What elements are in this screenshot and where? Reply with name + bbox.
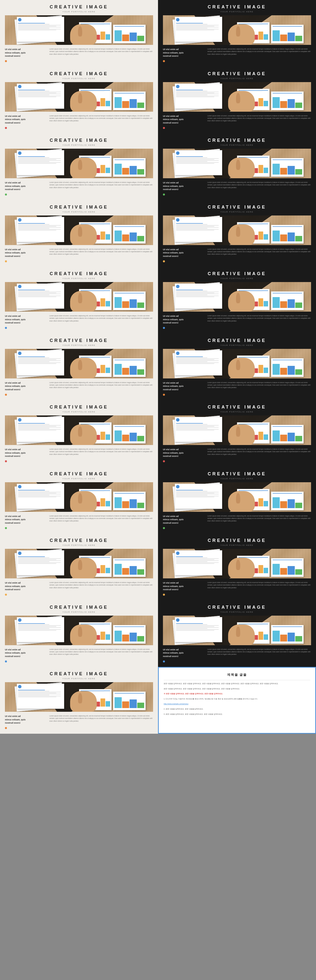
portfolio-card: CREATIVE IMAGE YOUR PORTFOLIO HERE — [0, 334, 158, 400]
hand — [228, 424, 255, 445]
content-right: Lorem ipsum dolor sit amet, consectetur … — [49, 248, 153, 264]
portfolio-card: CREATIVE IMAGE YOUR PORTFOLIO HERE — [158, 533, 316, 600]
card-title: CREATIVE IMAGE — [5, 71, 153, 76]
accent-dot — [5, 727, 7, 729]
portfolio-card: CREATIVE IMAGE YOUR PORTFOLIO HERE — [158, 267, 316, 334]
content-text: Lorem ipsum dolor sit amet, consectetur … — [207, 382, 311, 389]
portfolio-card: CREATIVE IMAGE YOUR PORTFOLIO HERE — [0, 0, 158, 67]
content-text: Lorem ipsum dolor sit amet, consectetur … — [207, 448, 311, 456]
card-content: Ut visi enim adminca voluam, quisnostrud… — [163, 648, 311, 664]
accent-dot — [5, 660, 7, 662]
card-title: CREATIVE IMAGE — [5, 205, 153, 210]
hand — [70, 358, 97, 379]
document-left — [175, 150, 222, 175]
content-text: Lorem ipsum dolor sit amet, consectetur … — [49, 515, 153, 522]
content-left: Ut visi enim adminca voluam, quisnostrud… — [5, 248, 46, 264]
document-left — [175, 484, 222, 509]
card-title: CREATIVE IMAGE — [163, 605, 311, 610]
card-subtitle: YOUR PORTFOLIO HERE — [163, 11, 311, 13]
card-subtitle: YOUR PORTFOLIO HERE — [163, 611, 311, 613]
accent-dot — [163, 394, 165, 396]
content-left: Ut visi enim adminca voluam, quisnostrud… — [163, 515, 204, 530]
text-card-link[interactable]: http://www.example.com/privacy — [164, 703, 188, 705]
content-name: Ut visi enim adminca voluam, quisnostrud… — [5, 48, 46, 58]
hand — [70, 625, 97, 645]
document-left — [175, 283, 222, 309]
content-name: Ut visi enim adminca voluam, quisnostrud… — [5, 181, 46, 191]
accent-dot — [163, 527, 165, 529]
card-title: CREATIVE IMAGE — [163, 538, 311, 543]
image-area — [163, 282, 311, 312]
card-content: Ut visi enim adminca voluam, quisnostrud… — [5, 515, 153, 530]
document-left — [175, 84, 222, 109]
image-area — [5, 415, 153, 445]
document-left — [17, 550, 64, 576]
hand — [70, 24, 97, 45]
content-text: Lorem ipsum dolor sit amet, consectetur … — [207, 181, 311, 189]
card-title: CREATIVE IMAGE — [163, 404, 311, 410]
content-name: Ut visi enim adminca voluam, quisnostrud… — [163, 181, 204, 191]
card-content: Ut visi enim adminca voluam, quisnostrud… — [5, 248, 153, 264]
hand — [228, 91, 255, 112]
document-left — [17, 150, 64, 175]
card-title: CREATIVE IMAGE — [5, 605, 153, 610]
content-right: Lorem ipsum dolor sit amet, consectetur … — [207, 382, 311, 397]
accent-dot — [163, 460, 165, 462]
document-left — [17, 484, 64, 509]
hand — [228, 491, 255, 512]
content-name: Ut visi enim adminca voluam, quisnostrud… — [163, 648, 204, 658]
content-text: Lorem ipsum dolor sit amet, consectetur … — [49, 382, 153, 389]
document-left — [17, 84, 64, 109]
portfolio-card: CREATIVE IMAGE YOUR PORTFOLIO HERE — [0, 600, 158, 667]
content-text: Lorem ipsum dolor sit amet, consectetur … — [207, 115, 311, 122]
content-left: Ut visi enim adminca voluam, quisnostrud… — [5, 181, 46, 197]
card-subtitle: YOUR PORTFOLIO HERE — [163, 344, 311, 347]
card-subtitle: YOUR PORTFOLIO HERE — [5, 411, 153, 413]
content-name: Ut visi enim adminca voluam, quisnostrud… — [163, 248, 204, 258]
card-content: Ut visi enim adminca voluam, quisnostrud… — [163, 315, 311, 330]
content-text: Lorem ipsum dolor sit amet, consectetur … — [207, 48, 311, 56]
content-left: Ut visi enim adminca voluam, quisnostrud… — [163, 315, 204, 330]
card-content: Ut visi enim adminca voluam, quisnostrud… — [163, 48, 311, 64]
card-title: CREATIVE IMAGE — [163, 138, 311, 143]
content-left: Ut visi enim adminca voluam, quisnostrud… — [163, 648, 204, 664]
content-name: Ut visi enim adminca voluam, quisnostrud… — [163, 581, 204, 592]
hand — [228, 224, 255, 245]
accent-dot — [163, 194, 165, 196]
content-text: Lorem ipsum dolor sit amet, consectetur … — [207, 315, 311, 322]
portfolio-card: CREATIVE IMAGE YOUR PORTFOLIO HERE — [0, 400, 158, 467]
image-area — [5, 349, 153, 379]
accent-dot — [5, 260, 7, 262]
document-left — [17, 17, 64, 42]
image-area — [163, 415, 311, 445]
card-subtitle: YOUR PORTFOLIO HERE — [5, 477, 153, 480]
text-card-title: 제목을 글을 — [164, 673, 310, 677]
content-left: Ut visi enim adminca voluam, quisnostrud… — [163, 382, 204, 397]
card-subtitle: YOUR PORTFOLIO HERE — [163, 77, 311, 80]
accent-dot — [5, 594, 7, 596]
card-title: CREATIVE IMAGE — [5, 404, 153, 410]
card-title: CREATIVE IMAGE — [5, 471, 153, 477]
card-content: Ut visi enim adminca voluam, quisnostrud… — [5, 115, 153, 130]
content-name: Ut visi enim adminca voluam, quisnostrud… — [5, 715, 46, 725]
content-right: Lorem ipsum dolor sit amet, consectetur … — [207, 181, 311, 197]
card-subtitle: YOUR PORTFOLIO HERE — [5, 211, 153, 213]
text-card-highlight: ※ 본문 내용을 입력하세요. 본문 내용을 입력하세요. 본문 내용을 입력하… — [164, 693, 223, 695]
card-content: Ut visi enim adminca voluam, quisnostrud… — [5, 648, 153, 664]
card-subtitle: YOUR PORTFOLIO HERE — [163, 277, 311, 280]
hand — [228, 24, 255, 45]
card-subtitle: YOUR PORTFOLIO HERE — [5, 611, 153, 613]
image-area — [163, 616, 311, 645]
document-left — [175, 217, 222, 242]
portfolio-card: CREATIVE IMAGE YOUR PORTFOLIO HERE — [0, 200, 158, 267]
card-title: CREATIVE IMAGE — [163, 271, 311, 276]
image-area — [163, 549, 311, 578]
card-title: CREATIVE IMAGE — [5, 671, 153, 676]
content-right: Lorem ipsum dolor sit amet, consectetur … — [49, 382, 153, 397]
content-left: Ut visi enim adminca voluam, quisnostrud… — [5, 581, 46, 597]
image-area — [5, 682, 153, 712]
card-subtitle: YOUR PORTFOLIO HERE — [163, 477, 311, 480]
document-left — [17, 617, 64, 642]
accent-dot — [5, 60, 7, 62]
content-right: Lorem ipsum dolor sit amet, consectetur … — [49, 581, 153, 597]
